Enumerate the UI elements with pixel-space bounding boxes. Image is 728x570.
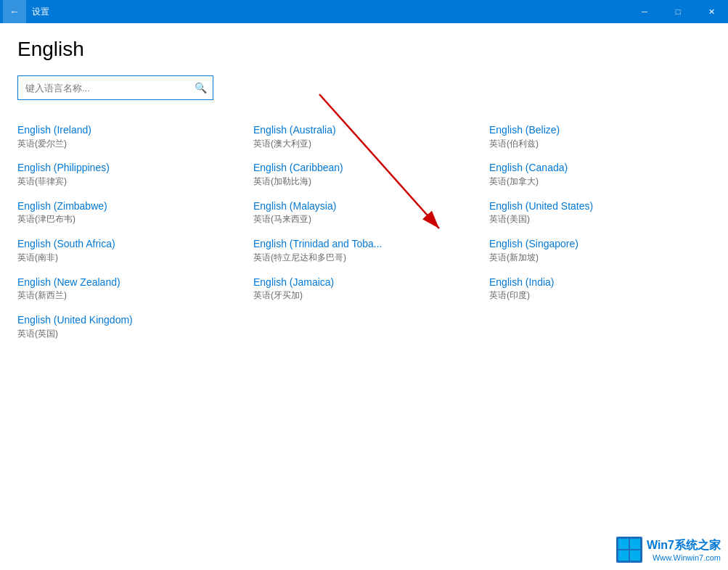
language-name[interactable]: English (Malaysia): [253, 199, 475, 214]
list-item[interactable]: English (Belize) 英语(伯利兹): [489, 117, 711, 155]
svg-rect-5: [618, 550, 629, 561]
language-sub: 英语(加勒比海): [253, 175, 475, 188]
minimize-button[interactable]: ─: [628, 0, 661, 23]
list-item[interactable]: English (Trinidad and Toba... 英语(特立尼达和多巴…: [253, 231, 475, 269]
language-name[interactable]: English (Trinidad and Toba...: [253, 237, 475, 252]
language-name[interactable]: English (Ireland): [17, 123, 239, 138]
list-item[interactable]: English (United States) 英语(美国): [489, 194, 711, 231]
list-item[interactable]: English (New Zealand) 英语(新西兰): [17, 270, 239, 307]
language-sub: 英语(菲律宾): [17, 175, 239, 188]
language-name[interactable]: English (Australia): [253, 123, 475, 138]
list-item[interactable]: English (Malaysia) 英语(马来西亚): [253, 194, 475, 231]
page-title: English: [17, 38, 711, 61]
list-item[interactable]: English (Canada) 英语(加拿大): [489, 155, 711, 193]
language-sub: 英语(澳大利亚): [253, 138, 475, 150]
maximize-icon: □: [676, 7, 681, 16]
window-controls: ─ □ ✕: [628, 0, 728, 23]
language-name[interactable]: English (Belize): [489, 123, 711, 138]
list-item[interactable]: English (India) 英语(印度): [489, 270, 711, 307]
svg-rect-4: [630, 539, 640, 549]
language-name[interactable]: English (Caribbean): [253, 161, 475, 175]
language-name[interactable]: English (South Africa): [17, 237, 239, 252]
minimize-icon: ─: [642, 7, 647, 16]
language-sub: 英语(美国): [489, 213, 711, 226]
language-name[interactable]: English (Philippines): [17, 161, 239, 175]
svg-rect-3: [618, 539, 629, 549]
watermark-text: Win7系统之家 Www.Winwin7.com: [647, 538, 721, 562]
watermark-brand: Win7系统之家: [647, 538, 721, 553]
search-box[interactable]: 🔍: [17, 75, 213, 100]
back-icon: ←: [9, 6, 20, 17]
search-icon: 🔍: [195, 82, 207, 94]
language-grid: English (Ireland) 英语(爱尔兰) English (Phili…: [17, 117, 711, 345]
list-item[interactable]: English (Ireland) 英语(爱尔兰): [17, 117, 239, 155]
language-name[interactable]: English (United Kingdom): [17, 313, 239, 328]
close-icon: ✕: [708, 7, 715, 17]
watermark: Win7系统之家 Www.Winwin7.com: [616, 537, 721, 563]
language-sub: 英语(加拿大): [489, 175, 711, 188]
language-name[interactable]: English (Canada): [489, 161, 711, 175]
list-item[interactable]: English (Singapore) 英语(新加坡): [489, 231, 711, 269]
language-sub: 英语(英国): [17, 328, 239, 340]
list-item[interactable]: English (Jamaica) 英语(牙买加): [253, 270, 475, 307]
language-sub: 英语(新加坡): [489, 252, 711, 264]
title-bar: ← 设置 ─ □ ✕: [0, 0, 728, 23]
search-input[interactable]: [18, 83, 188, 94]
language-sub: 英语(新西兰): [17, 289, 239, 302]
language-name[interactable]: English (Singapore): [489, 237, 711, 252]
language-sub: 英语(伯利兹): [489, 138, 711, 150]
window-title: 设置: [32, 6, 49, 18]
list-item[interactable]: English (Zimbabwe) 英语(津巴布韦): [17, 194, 239, 231]
language-sub: 英语(津巴布韦): [17, 213, 239, 226]
content-area: English 🔍 English (Ireland) 英语(爱尔兰) Engl…: [0, 23, 728, 360]
close-button[interactable]: ✕: [695, 0, 728, 23]
language-name[interactable]: English (Zimbabwe): [17, 199, 239, 214]
language-column-2: English (Belize) 英语(伯利兹) English (Canada…: [489, 117, 711, 345]
language-name[interactable]: English (Jamaica): [253, 276, 475, 290]
watermark-url: Www.Winwin7.com: [653, 553, 721, 562]
list-item[interactable]: English (Philippines) 英语(菲律宾): [17, 155, 239, 193]
language-sub: 英语(牙买加): [253, 289, 475, 302]
language-name[interactable]: English (India): [489, 276, 711, 290]
back-button[interactable]: ←: [3, 0, 26, 23]
language-sub: 英语(爱尔兰): [17, 138, 239, 150]
list-item[interactable]: English (South Africa) 英语(南非): [17, 231, 239, 269]
list-item[interactable]: English (Caribbean) 英语(加勒比海): [253, 155, 475, 193]
language-sub: 英语(马来西亚): [253, 213, 475, 226]
maximize-button[interactable]: □: [661, 0, 695, 23]
language-column-0: English (Ireland) 英语(爱尔兰) English (Phili…: [17, 117, 239, 345]
language-sub: 英语(印度): [489, 289, 711, 302]
list-item[interactable]: English (United Kingdom) 英语(英国): [17, 307, 239, 345]
list-item[interactable]: English (Australia) 英语(澳大利亚): [253, 117, 475, 155]
language-name[interactable]: English (United States): [489, 199, 711, 214]
search-button[interactable]: 🔍: [188, 75, 213, 100]
language-name[interactable]: English (New Zealand): [17, 276, 239, 290]
language-sub: 英语(特立尼达和多巴哥): [253, 252, 475, 264]
watermark-logo: [616, 537, 642, 563]
svg-rect-6: [630, 550, 640, 561]
language-column-1: English (Australia) 英语(澳大利亚) English (Ca…: [253, 117, 475, 345]
language-sub: 英语(南非): [17, 252, 239, 264]
